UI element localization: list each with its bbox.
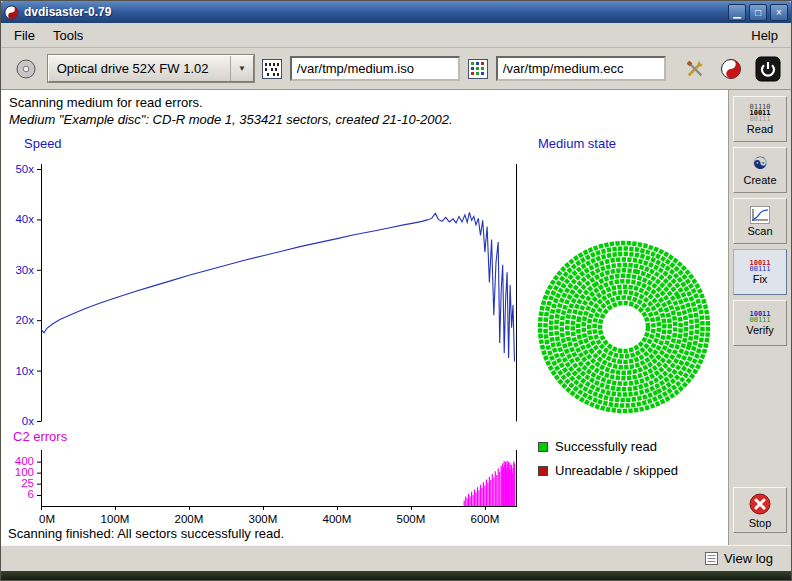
preferences-button[interactable] [680,54,710,84]
iso-file-icon [261,58,283,80]
action-sidebar: 01110 10011 00111 Read ☯ Create Scan [729,90,791,545]
svg-text:200M: 200M [175,513,204,525]
create-button-label: Create [743,174,776,186]
tools-wrench-icon [683,57,707,81]
svg-text:300M: 300M [249,513,278,525]
minimize-button[interactable]: ▁ [728,4,746,21]
c2-errors-title: C2 errors [13,429,67,444]
svg-text:25: 25 [21,477,34,489]
view-log-label: View log [724,551,773,566]
iso-path-input[interactable] [290,56,460,81]
close-button[interactable]: × [770,4,788,21]
menu-help[interactable]: Help [742,25,787,46]
svg-text:0M: 0M [39,513,55,525]
mini-chart-icon [750,206,770,224]
stop-button-label: Stop [749,517,772,529]
svg-text:20x: 20x [15,314,34,326]
ecc-file-icon [467,58,489,80]
main-area: Scanning medium for read errors. Medium … [1,90,791,545]
medium-info-line: Medium "Example disc": CD-R mode 1, 3534… [9,112,453,127]
scan-button[interactable]: Scan [733,198,787,244]
power-icon [755,56,781,82]
window-title: dvdisaster-0.79 [24,5,725,19]
speed-chart-title: Speed [24,136,62,151]
view-log-button[interactable]: View log [701,549,777,568]
medium-state-disc [534,237,714,417]
logo-button[interactable] [717,54,747,84]
log-document-icon [705,552,718,565]
fix-binary-icon: 10011 00111 [749,260,770,272]
scan-button-label: Scan [747,225,772,237]
unreadable-swatch [538,466,548,476]
status-line-1: Scanning medium for read errors. [9,95,203,110]
drive-select-value: Optical drive 52X FW 1.02 [57,61,209,76]
menu-tools[interactable]: Tools [44,25,92,46]
svg-text:0x: 0x [22,415,34,427]
scan-report-panel: Scanning medium for read errors. Medium … [1,90,729,545]
app-window: dvdisaster-0.79 ▁ □ × File Tools Help Op… [0,0,792,581]
fix-button[interactable]: 10011 00111 Fix [733,249,787,295]
optical-disc-icon [15,58,37,80]
titlebar[interactable]: dvdisaster-0.79 ▁ □ × [1,1,791,23]
menubar: File Tools Help [1,23,791,48]
svg-text:400: 400 [15,455,34,467]
ecc-path-input[interactable] [496,56,666,81]
icon-line: 00111 [749,116,770,122]
legend-item-success: Successfully read [538,439,657,454]
legend-unreadable-label: Unreadable / skipped [555,463,678,478]
svg-text:10x: 10x [15,365,34,377]
success-swatch [538,442,548,452]
icon-line: 00111 [749,317,770,323]
icon-line: 00111 [749,266,770,272]
fix-button-label: Fix [753,273,768,285]
scan-result-message: Scanning finished: All sectors successfu… [8,526,284,541]
legend-success-label: Successfully read [555,439,657,454]
stop-x-icon [748,492,772,516]
speed-c2-chart: 0x10x20x30x40x50x6251004000M100M200M300M… [1,150,525,534]
verify-binary-icon: 10011 00111 [749,311,770,323]
maximize-button[interactable]: □ [749,4,767,21]
svg-text:6: 6 [28,488,34,500]
drive-button[interactable] [11,54,41,84]
drive-select[interactable]: Optical drive 52X FW 1.02 ▼ [48,55,254,82]
read-button-label: Read [747,123,773,135]
svg-text:50x: 50x [15,163,34,175]
svg-text:100: 100 [15,466,34,478]
toolbar: Optical drive 52X FW 1.02 ▼ [1,48,791,90]
create-button[interactable]: ☯ Create [733,147,787,193]
read-binary-icon: 01110 10011 00111 [749,104,770,122]
window-bottom-edge [1,571,791,580]
svg-text:600M: 600M [471,513,500,525]
svg-text:40x: 40x [15,213,34,225]
app-icon [4,5,19,20]
stop-button[interactable]: Stop [733,487,787,533]
dvdisaster-logo-icon [720,58,742,80]
medium-state-title: Medium state [538,136,616,151]
svg-text:100M: 100M [101,513,130,525]
read-button[interactable]: 01110 10011 00111 Read [733,96,787,142]
chevron-down-icon: ▼ [230,56,253,81]
svg-text:400M: 400M [323,513,352,525]
verify-button[interactable]: 10011 00111 Verify [733,300,787,346]
quit-button[interactable] [753,54,783,84]
yin-yang-icon: ☯ [752,155,767,173]
statusbar: View log [1,545,791,571]
svg-text:30x: 30x [15,264,34,276]
verify-button-label: Verify [746,324,774,336]
legend-item-unreadable: Unreadable / skipped [538,463,678,478]
menu-file[interactable]: File [5,25,44,46]
svg-text:500M: 500M [397,513,426,525]
